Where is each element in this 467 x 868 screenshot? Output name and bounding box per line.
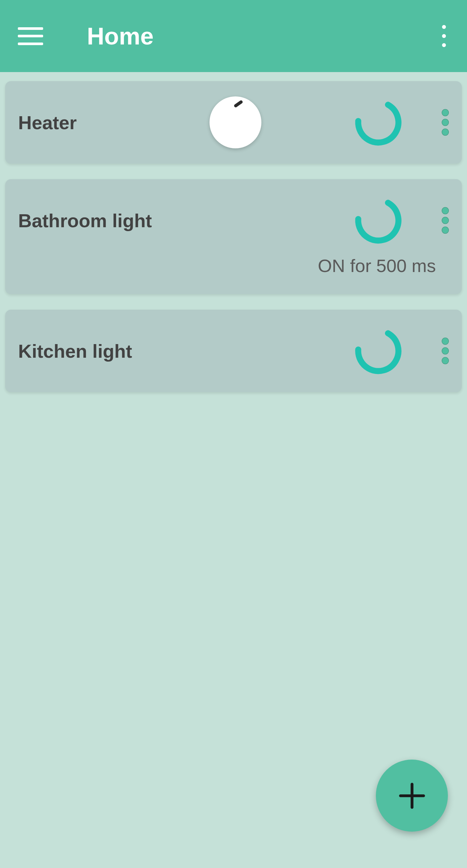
- device-options-icon[interactable]: [442, 207, 449, 234]
- device-card[interactable]: Kitchen light: [5, 310, 462, 392]
- dial-knob[interactable]: [209, 96, 261, 148]
- loading-spinner-icon: [353, 195, 403, 246]
- svg-point-0: [353, 97, 403, 148]
- svg-point-2: [353, 326, 403, 376]
- device-label: Heater: [18, 112, 77, 133]
- app-header: Home: [0, 0, 467, 72]
- hamburger-menu-icon[interactable]: [18, 27, 43, 45]
- device-options-icon[interactable]: [442, 109, 449, 136]
- overflow-menu-icon[interactable]: [439, 22, 449, 50]
- loading-spinner-icon: [353, 326, 403, 376]
- page-title: Home: [87, 22, 154, 50]
- device-options-icon[interactable]: [442, 338, 449, 364]
- add-device-button[interactable]: [376, 760, 448, 832]
- device-card[interactable]: Bathroom light ON for 500 ms: [5, 179, 462, 294]
- device-card[interactable]: Heater: [5, 81, 462, 164]
- device-label: Bathroom light: [18, 210, 152, 231]
- device-label: Kitchen light: [18, 340, 132, 362]
- device-list: Heater Bathroom light: [0, 72, 467, 392]
- loading-spinner-icon: [353, 97, 403, 148]
- plus-icon: [397, 780, 427, 811]
- svg-point-1: [353, 195, 403, 246]
